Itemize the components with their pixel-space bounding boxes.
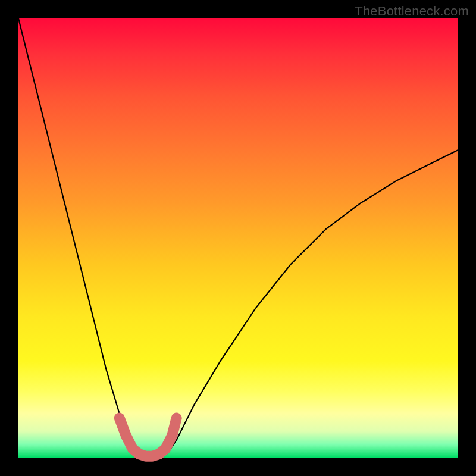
trough-marker-path xyxy=(120,418,177,456)
chart-plot-area xyxy=(18,18,458,458)
chart-svg xyxy=(18,18,458,458)
watermark-text: TheBottleneck.com xyxy=(355,4,469,19)
bottleneck-curve-path xyxy=(18,18,458,458)
